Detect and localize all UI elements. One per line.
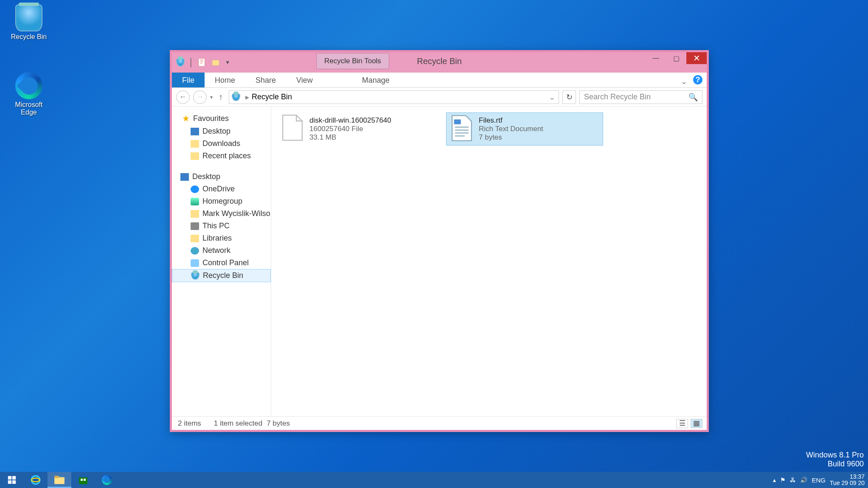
taskbar-explorer[interactable]: [48, 472, 71, 488]
status-item-count: 2 items: [178, 419, 201, 428]
desktop-icon-recycle-bin[interactable]: Recycle Bin: [8, 4, 50, 41]
ribbon-collapse-icon[interactable]: ⌄: [681, 77, 687, 86]
onedrive-icon: [191, 185, 199, 193]
tray-flag-icon[interactable]: ⚑: [780, 477, 786, 483]
tray-volume-icon[interactable]: 🔊: [800, 477, 807, 483]
user-folder-icon: [191, 210, 199, 218]
folder-icon: [191, 152, 199, 160]
quick-access-toolbar: │ ▼: [172, 52, 234, 73]
view-details-button[interactable]: ☰: [676, 419, 688, 428]
navigation-pane: ★ Favourites Desktop Downloads Recent pl…: [172, 107, 271, 416]
folder-icon: [191, 140, 199, 148]
desktop-icon-edge[interactable]: Microsoft Edge: [8, 72, 50, 116]
svg-rect-1: [212, 60, 219, 66]
tray-network-icon[interactable]: 🖧: [790, 477, 796, 483]
titlebar[interactable]: │ ▼ Recycle Bin Tools Recycle Bin — ▢ ✕: [172, 52, 707, 73]
forward-button[interactable]: →: [193, 90, 207, 104]
edge-icon: [102, 475, 112, 485]
homegroup-icon: [191, 198, 199, 205]
edge-icon: [15, 72, 42, 99]
nav-item-recent[interactable]: Recent places: [172, 150, 271, 162]
nav-item-homegroup[interactable]: Homegroup: [172, 195, 271, 208]
window-controls: — ▢ ✕: [646, 52, 707, 64]
ribbon-tab-home[interactable]: Home: [205, 73, 245, 87]
nav-item-controlpanel[interactable]: Control Panel: [172, 257, 271, 269]
file-item[interactable]: Files.rtf Rich Text Document 7 bytes: [446, 112, 603, 146]
nav-item-onedrive[interactable]: OneDrive: [172, 183, 271, 195]
close-button[interactable]: ✕: [686, 52, 707, 64]
pc-icon: [191, 222, 199, 230]
file-item[interactable]: disk-drill-win.1600257640 1600257640 Fil…: [277, 112, 434, 146]
ribbon-tab-manage[interactable]: Manage: [352, 73, 400, 87]
search-box[interactable]: Search Recycle Bin 🔍: [579, 90, 702, 104]
taskbar-edge[interactable]: [95, 472, 119, 488]
tray-clock[interactable]: 13:37 Tue 29 09 20: [830, 474, 865, 487]
svg-rect-11: [79, 477, 87, 484]
search-icon: 🔍: [688, 93, 698, 102]
ribbon: File Home Share View Manage ⌄ ?: [172, 73, 707, 88]
nav-toolbar: ← → ▾ ↑ ▸ Recycle Bin ⌄ ↻ Search Recycle…: [172, 88, 707, 107]
maximize-button[interactable]: ▢: [666, 52, 686, 64]
help-button[interactable]: ?: [693, 75, 702, 84]
nav-item-recyclebin[interactable]: Recycle Bin: [172, 269, 271, 282]
file-type: Rich Text Document: [479, 125, 543, 133]
address-dropdown-icon[interactable]: ⌄: [549, 93, 555, 102]
tray-overflow-icon[interactable]: ▴: [773, 477, 776, 483]
file-name: disk-drill-win.1600257640: [309, 116, 391, 125]
taskbar-ie[interactable]: [24, 472, 48, 488]
start-button[interactable]: [0, 472, 24, 488]
desktop-icon-label: Recycle Bin: [8, 33, 50, 41]
taskbar[interactable]: ▴ ⚑ 🖧 🔊 ENG 13:37 Tue 29 09 20: [0, 472, 868, 488]
nav-history-dropdown-icon[interactable]: ▾: [210, 94, 213, 100]
svg-rect-13: [84, 479, 86, 481]
svg-rect-9: [54, 477, 65, 484]
libraries-icon: [191, 235, 199, 242]
ribbon-tab-view[interactable]: View: [286, 73, 323, 87]
address-icon: [232, 93, 240, 101]
file-name: Files.rtf: [479, 116, 543, 125]
app-icon[interactable]: [176, 58, 185, 67]
nav-item-user[interactable]: Mark Wycislik-Wilson: [172, 208, 271, 220]
status-selection: 1 item selected: [214, 419, 262, 428]
nav-item-libraries[interactable]: Libraries: [172, 232, 271, 244]
contextual-tab-group: Recycle Bin Tools: [316, 53, 389, 69]
back-button[interactable]: ←: [176, 90, 190, 104]
recycle-bin-icon: [15, 4, 42, 31]
nav-item-downloads[interactable]: Downloads: [172, 137, 271, 150]
new-folder-icon[interactable]: [211, 58, 221, 67]
control-panel-icon: [191, 259, 199, 267]
file-list[interactable]: disk-drill-win.1600257640 1600257640 Fil…: [271, 107, 707, 416]
window-title: Recycle Bin: [172, 56, 707, 66]
svg-point-7: [31, 476, 40, 484]
explorer-window: │ ▼ Recycle Bin Tools Recycle Bin — ▢ ✕ …: [170, 50, 709, 432]
system-tray: ▴ ⚑ 🖧 🔊 ENG 13:37 Tue 29 09 20: [773, 474, 865, 487]
svg-rect-12: [81, 479, 83, 481]
taskbar-store[interactable]: [71, 472, 95, 488]
minimize-button[interactable]: —: [646, 52, 666, 64]
ribbon-tab-share[interactable]: Share: [245, 73, 286, 87]
svg-point-8: [31, 478, 40, 482]
svg-rect-6: [12, 480, 16, 484]
star-icon: ★: [182, 113, 190, 123]
watermark: Windows 8.1 Pro Build 9600: [806, 451, 864, 468]
file-size: 7 bytes: [479, 133, 543, 142]
view-tiles-button[interactable]: ▦: [691, 419, 702, 428]
breadcrumb-item[interactable]: Recycle Bin: [252, 93, 292, 101]
desktop-icon: [191, 128, 199, 135]
up-button[interactable]: ↑: [216, 92, 225, 102]
nav-item-network[interactable]: Network: [172, 244, 271, 257]
ribbon-tab-file[interactable]: File: [172, 73, 205, 87]
qat-dropdown-icon[interactable]: ▼: [225, 59, 230, 65]
nav-favourites[interactable]: ★ Favourites: [172, 112, 271, 125]
svg-rect-5: [8, 480, 11, 484]
svg-rect-0: [199, 59, 205, 66]
refresh-button[interactable]: ↻: [562, 90, 576, 104]
address-bar[interactable]: ▸ Recycle Bin ⌄: [229, 90, 559, 104]
properties-icon[interactable]: [198, 58, 207, 67]
nav-item-desktop-fav[interactable]: Desktop: [172, 125, 271, 137]
nav-desktop[interactable]: Desktop: [172, 171, 271, 183]
nav-item-thispc[interactable]: This PC: [172, 220, 271, 232]
file-type: 1600257640 File: [309, 125, 391, 133]
file-size: 33.1 MB: [309, 133, 391, 142]
tray-language[interactable]: ENG: [812, 477, 826, 484]
